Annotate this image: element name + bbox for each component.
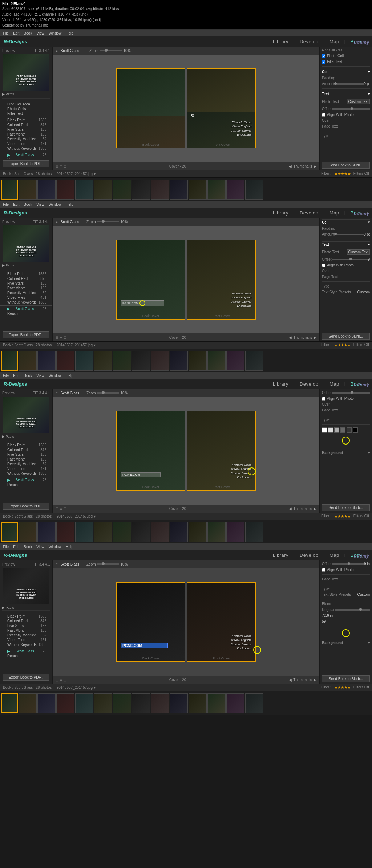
fs3-thumb-2[interactable] [19, 522, 37, 542]
tab-map-3[interactable]: Map [329, 381, 339, 387]
fs-thumb-13[interactable] [226, 180, 244, 200]
fs3-thumb-10[interactable] [170, 522, 188, 542]
left-page-4[interactable]: PGNE.COM Back Cover [116, 582, 185, 662]
fs-thumb-1[interactable] [1, 180, 18, 200]
tab-develop-1[interactable]: Develop [300, 39, 318, 44]
align-check-3[interactable]: Align With Photo [322, 396, 370, 401]
tab-library-2[interactable]: Library [273, 210, 288, 216]
coll-videofiles-4[interactable]: Video Files461 [0, 638, 52, 642]
coll-fivestars-4[interactable]: Five Stars135 [0, 623, 52, 628]
fs4-thumb-6[interactable] [94, 693, 112, 713]
fs-thumb-9[interactable] [151, 180, 169, 200]
left-page-3[interactable]: PGNE.COM Back Cover [116, 411, 185, 491]
fs-thumb-14[interactable] [245, 180, 263, 200]
swatch-lgray-3[interactable] [328, 427, 333, 433]
text-input-area-2[interactable]: PGNE.COM [121, 300, 164, 306]
tab-map-1[interactable]: Map [329, 39, 339, 44]
tab-develop-3[interactable]: Develop [300, 381, 318, 387]
fs-thumb-5[interactable] [75, 180, 93, 200]
coll-nokeywords-1[interactable]: Without Keywords1305 [0, 146, 52, 151]
coll-fillertext-1[interactable]: Filler Text [0, 111, 52, 116]
fs4-thumb-12[interactable] [207, 693, 226, 713]
phototext-dropdown-1[interactable]: Custom Text [347, 99, 370, 104]
fs2-thumb-8[interactable] [132, 351, 150, 371]
menu-file-2[interactable]: File [3, 202, 9, 206]
tab-library-3[interactable]: Library [273, 381, 288, 387]
zoom-slider-1[interactable] [100, 50, 122, 51]
photocells-check-1[interactable]: Photo Cells [322, 53, 370, 58]
fs4-thumb-11[interactable] [189, 693, 207, 713]
prev-arrow-1[interactable]: ◀ [289, 164, 292, 168]
background-section-4[interactable]: Background ▾ [322, 640, 370, 646]
prev-arrow-2[interactable]: ◀ [289, 335, 292, 339]
fs4-thumb-3[interactable] [37, 693, 56, 713]
coll-reach-2[interactable]: Reach [0, 311, 52, 316]
coll-recentmod-2[interactable]: Recently Modified52 [0, 290, 52, 295]
menu-book-1[interactable]: Book [24, 31, 32, 35]
amount-slider-1[interactable] [334, 83, 364, 85]
fs3-thumb-11[interactable] [189, 522, 207, 542]
fs3-thumb-8[interactable] [132, 522, 150, 542]
offset-slider-1[interactable] [332, 108, 370, 110]
menu-window-4[interactable]: Window [49, 545, 62, 549]
fs-thumb-10[interactable] [170, 180, 188, 200]
menu-help-2[interactable]: Help [66, 202, 73, 206]
coll-fivestars-2[interactable]: Five Stars135 [0, 281, 52, 286]
text-section-2[interactable]: Text ▾ [322, 241, 370, 247]
right-page-1[interactable]: Pinnacle Glassof New EnglandCustom Showe… [187, 68, 256, 148]
coll-scottglass-2[interactable]: ▶ ☰ Scott Glass28 [0, 306, 52, 311]
fs2-thumb-9[interactable] [151, 351, 169, 371]
fs2-thumb-3[interactable] [37, 351, 56, 371]
coll-fivestars-3[interactable]: Five Stars135 [0, 452, 52, 457]
fs-thumb-7[interactable] [113, 180, 131, 200]
menu-window-2[interactable]: Window [49, 202, 62, 206]
coll-photocells-1[interactable]: Photo Cells [0, 107, 52, 111]
align-check-2[interactable]: Align With Photo [322, 263, 370, 268]
coll-pastmonth-1[interactable]: Past Month135 [0, 132, 52, 137]
next-arrow-1[interactable]: ▶ [314, 164, 316, 168]
send-blurb-btn-2[interactable]: Send Book to Blurb... [322, 333, 370, 340]
coll-blackpoint-4[interactable]: Black Point1556 [0, 614, 52, 619]
fs3-thumb-12[interactable] [207, 522, 226, 542]
coll-recentmod-1[interactable]: Recently Modified52 [0, 137, 52, 141]
swatch-dark-3[interactable] [347, 427, 352, 433]
fs2-thumb-11[interactable] [189, 351, 207, 371]
book-canvas-3[interactable]: PGNE.COM Back Cover Pinnacle Glassof New… [53, 397, 319, 505]
fs3-thumb-14[interactable] [245, 522, 263, 542]
cell-section-1[interactable]: Cell ▾ [322, 69, 370, 75]
fs4-thumb-1[interactable] [1, 693, 18, 713]
phototext-dropdown-2[interactable]: Custom Text [347, 249, 370, 255]
menu-window-1[interactable]: Window [49, 31, 62, 35]
coll-scottglass-3[interactable]: ▶ ☰ Scott Glass28 [0, 478, 52, 482]
fs2-thumb-6[interactable] [94, 351, 112, 371]
next-arrow-2[interactable]: ▶ [314, 335, 316, 339]
fillertext-check-1[interactable]: Filler Text [322, 59, 370, 64]
fs2-thumb-7[interactable] [113, 351, 131, 371]
next-arrow-3[interactable]: ▶ [314, 507, 316, 511]
send-blurb-btn-1[interactable]: Send Book to Blurb... [322, 162, 370, 169]
right-page-4[interactable]: Pinnacle Glassof New EnglandCustom Showe… [187, 582, 256, 662]
export-pdf-btn-4[interactable]: Export Book to PDF... [3, 674, 49, 681]
coll-recentmod-3[interactable]: Recently Modified52 [0, 462, 52, 466]
zoom-slider-2[interactable] [97, 221, 119, 222]
align-checkbox-1[interactable] [322, 113, 326, 117]
coll-blackpoint-2[interactable]: Black Point1556 [0, 272, 52, 276]
fs4-thumb-2[interactable] [19, 693, 37, 713]
menu-window-3[interactable]: Window [49, 374, 62, 378]
right-page-3[interactable]: Pinnacle Glassof New EnglandCustom Showe… [187, 411, 256, 491]
fs-thumb-8[interactable] [132, 180, 150, 200]
text-section-1[interactable]: Text ▾ [322, 91, 370, 97]
nav-arrows-4[interactable]: ◀ Thumbnails ▶ [289, 678, 316, 682]
menu-file-1[interactable]: File [3, 31, 9, 35]
fs4-thumb-4[interactable] [56, 693, 74, 713]
zoom-slider-4[interactable] [97, 563, 119, 565]
left-page-2[interactable]: PGNE.COM Back Cover [116, 240, 185, 320]
align-checkbox-2[interactable] [322, 264, 326, 267]
menu-edit-2[interactable]: Edit [13, 202, 19, 206]
fs3-thumb-1[interactable] [1, 522, 18, 542]
coll-blackpoint-1[interactable]: Black Point1556 [0, 118, 52, 122]
swatch-white-3[interactable] [322, 427, 327, 433]
fillertext-checkbox-1[interactable] [322, 60, 326, 64]
right-page-2[interactable]: Pinnacle Glassof New EnglandCustom Showe… [187, 240, 256, 320]
swatch-dgray-3[interactable] [340, 427, 345, 433]
